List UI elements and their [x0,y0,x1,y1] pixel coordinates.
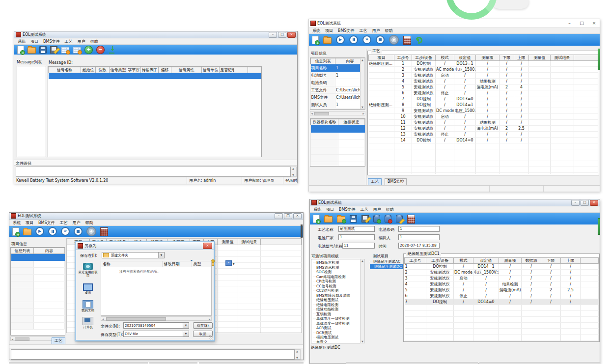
maximize-button[interactable] [578,20,586,27]
minimize-button[interactable] [565,20,574,27]
place-recent[interactable]: 最近使用的项目 [77,263,99,278]
disc-icon[interactable] [86,226,96,236]
calculator-icon[interactable] [407,215,415,224]
column-header[interactable]: 数据源 [522,258,541,264]
close-button[interactable] [287,32,296,38]
menu-item[interactable]: 工艺 [57,220,70,225]
title-bar[interactable]: EOL测试系统 [309,19,600,28]
minimize-button[interactable] [269,32,277,38]
column-header[interactable]: 信号类型 [110,67,127,73]
menu-item[interactable]: 项目 [28,39,41,44]
column-header[interactable]: 上限 [561,258,581,264]
folder-add-icon[interactable] [337,216,345,223]
table-row[interactable]: 电池型号1 [311,72,365,79]
template-item[interactable]: 绝缘耐压测试 [311,298,364,303]
column-header[interactable]: 测试结果 [238,239,261,245]
table-row[interactable]: 测试人员1 [311,101,365,109]
menu-item[interactable]: 帮助 [83,220,95,225]
maximize-button[interactable] [284,213,292,219]
column-header[interactable]: 信息列表 [11,248,34,254]
column-header[interactable] [248,67,262,73]
minimize-button[interactable] [571,200,580,206]
column-header[interactable]: 偏移 [159,67,171,73]
steps-table-container[interactable]: 工步号工步/设备模式设定值测量项数据源下限上限1DO控制/DO14=1////2… [404,257,599,341]
refresh-icon[interactable] [415,36,424,45]
menu-item[interactable]: 系统 [10,220,23,225]
column-header[interactable]: 起始位 [81,67,96,73]
column-header[interactable] [581,258,599,264]
column-header[interactable] [234,67,248,73]
column-header[interactable]: 工步号 [405,258,426,264]
menu-item[interactable]: 系统 [311,207,324,212]
template-item[interactable]: Can终端电阻检测 [311,275,364,280]
table-row[interactable]: 5安规测试仪//漏电流(mA)/22.5 [405,287,599,293]
scroll-thumb[interactable] [314,112,329,115]
column-header[interactable]: 连接状态 [338,119,365,125]
column-header[interactable] [574,55,598,61]
open-folder-icon[interactable] [23,229,31,235]
db-add-icon[interactable] [373,215,380,223]
save-edit-icon[interactable] [361,215,369,223]
column-header[interactable]: 仪器模块名称 [311,119,338,125]
column-header[interactable]: 上限 [514,55,529,61]
column-header[interactable]: 工步/设备 [412,55,436,61]
table-row[interactable]: 12安规测试仪//漏电流(mA)22.5 [369,126,598,132]
menu-item[interactable]: 帮助 [383,207,396,212]
template-item[interactable]: CC信号检测 [311,284,364,289]
menu-item[interactable]: 用户 [370,207,383,212]
calculator-icon[interactable] [100,227,108,236]
scroll-thumb[interactable] [106,317,166,321]
close-button[interactable] [293,213,302,219]
title-bar[interactable]: EOL测试系统 [310,199,600,206]
template-item[interactable]: 单体温度一致性检测 [311,321,364,326]
pause-icon[interactable] [349,35,358,44]
template-item[interactable]: 互锁检测 [311,312,364,317]
table-row[interactable]: 2安规测试仪AC mode电压_1500.../// [369,67,598,73]
add-circle-icon[interactable] [84,46,93,54]
save-icon[interactable] [39,46,47,54]
table-row[interactable]: 电池条码 [311,79,365,86]
column-header[interactable]: 是否记录 [220,67,234,73]
module-table[interactable]: 仪器模块名称连接状态 [310,118,365,167]
template-item[interactable]: BMS通讯检测 [311,265,364,270]
table-row[interactable]: 7DO控制/DO13=0/// [369,96,598,102]
close-button[interactable] [590,200,598,206]
open-folder-icon[interactable] [323,37,332,44]
table-row[interactable]: 3安规测试仪启动///// [405,276,599,281]
table-export-icon[interactable] [73,47,81,54]
table-row[interactable]: 4安规测试仪//结果检测/// [405,281,599,287]
table-row[interactable] [11,254,65,261]
tab-process[interactable]: 工艺 [368,178,382,185]
column-header[interactable]: 下限 [499,55,514,61]
templates-tree[interactable]: BMS版本检测BMS通讯检测SOC检测Can终端电阻检测CP信号检测CC信号检测… [311,259,365,343]
menu-item[interactable]: 工艺 [62,39,75,44]
column-header[interactable]: 信息列表 [311,58,335,64]
table-row[interactable]: 11安规测试仪//结果检测// [369,120,598,126]
remove-circle-icon[interactable] [96,46,105,54]
column-header[interactable]: 类型 [192,261,211,267]
menu-item[interactable]: 用户 [70,220,83,225]
column-header[interactable]: 名称 [101,261,162,267]
table-row[interactable]: 4安规测试仪//结果检测// [369,79,598,84]
info-hscrollbar[interactable] [310,111,365,115]
column-header[interactable]: 传输因子 [141,67,159,73]
log-textarea[interactable] [16,167,291,177]
menu-item[interactable]: 工艺 [357,28,369,33]
filetype-combo[interactable]: CSV file [123,331,189,337]
dropdown-arrow-icon[interactable] [183,331,189,336]
download-icon[interactable] [108,46,116,54]
resize-grip[interactable] [209,335,213,339]
menu-item[interactable]: 系统 [15,39,28,44]
template-item[interactable]: CP信号检测 [311,279,364,284]
new-file-icon[interactable] [312,36,319,44]
table-row[interactable]: 7DO控制/DO14=0//// [405,299,599,305]
maximize-button[interactable] [278,32,286,38]
table-row[interactable]: 14DO控制/DO14=0/// [369,138,598,143]
template-item[interactable]: 模拟电压测试 [311,335,364,340]
signal-table-container[interactable]: 信号名称起始位位数信号类型字节序传输因子偏移信号属性信号单位是否记录 [48,66,262,157]
menu-item[interactable]: 项目 [323,28,335,33]
column-header[interactable]: 信号名称 [49,67,81,73]
dropdown-arrow-icon[interactable] [158,252,164,258]
stop-icon[interactable] [376,35,385,44]
table-row[interactable]: 10安规测试仪启动//// [369,114,598,120]
